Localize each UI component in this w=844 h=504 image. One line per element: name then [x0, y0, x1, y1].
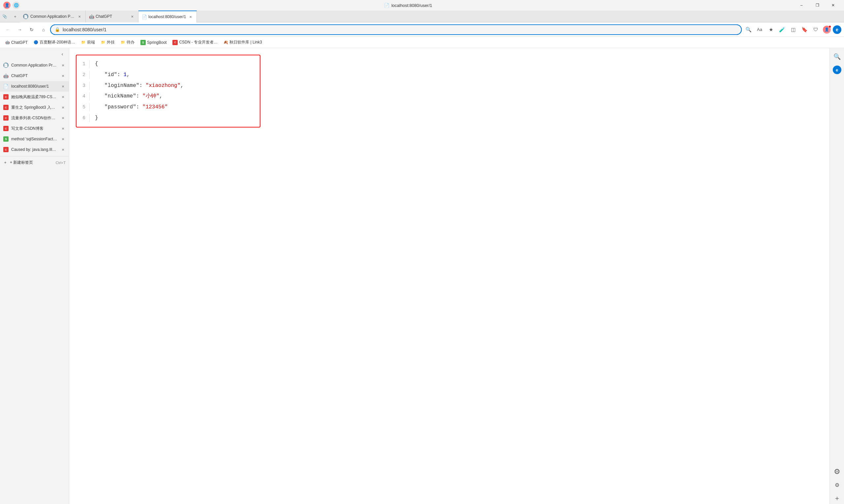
bookmark-favicon-csdn: C [172, 40, 178, 45]
refresh-button[interactable]: ↻ [27, 24, 37, 35]
restore-button[interactable]: ❐ [810, 0, 825, 11]
bookmark-favicon-frontend: 📁 [81, 40, 86, 45]
bookmarks-bar: 🤖 ChatGPT 🔵 百度翻译-200种语… 📁 前端 📁 外挂 📁 待办 S… [0, 37, 844, 48]
sidebar-label-6: 流量券列表-CSDN创作中心 [11, 115, 58, 121]
tab-close-1[interactable]: ✕ [77, 14, 82, 19]
json-id-line: "id": 1, [95, 70, 130, 80]
sidebar-item-common-properties[interactable]: 📄 Common Application Properties ✕ [0, 60, 69, 71]
bookmark-hack[interactable]: 📁 外挂 [98, 38, 117, 47]
extensions-button[interactable]: 🧪 [777, 24, 787, 35]
tab-close-2[interactable]: ✕ [130, 14, 135, 19]
bookmark-favicon-baidu: 🔵 [34, 40, 38, 45]
bookmark-csdn[interactable]: C CSDN - 专业开发者… [170, 38, 220, 47]
tabbar: 📎 ＋ 📄 Common Application Properties ✕ 🤖 … [0, 11, 844, 22]
minimize-button[interactable]: – [794, 0, 809, 11]
back-button[interactable]: ← [3, 24, 13, 35]
json-line-4: 4 "nickName": "小钟", [76, 91, 260, 102]
bookmark-label-frontend: 前端 [87, 39, 95, 45]
favorites-sidebar-button[interactable]: 🔖 [799, 24, 810, 35]
sidebar-favicon-7: C [3, 126, 8, 131]
sidebar-close-3[interactable]: ✕ [60, 84, 66, 89]
close-button[interactable]: ✕ [826, 0, 841, 11]
json-line-1: 1 { [76, 59, 260, 70]
sidebar-close-5[interactable]: ✕ [60, 105, 66, 110]
sidebar-divider [0, 156, 69, 157]
bookmark-favicon-hack: 📁 [101, 40, 105, 45]
sidebar-favicon-4: C [3, 94, 8, 100]
nav-right-buttons: 🔍 Aa ★ 🧪 ◫ 🔖 🛡 👤 e [743, 24, 841, 35]
bookmark-label-baidu: 百度翻译-200种语… [39, 39, 75, 45]
home-button[interactable]: ⌂ [38, 24, 49, 35]
sidebar-item-method[interactable]: S method 'sqlSessionFactory' thre… ✕ [0, 134, 69, 144]
tab-favicon-3: 📄 [142, 15, 147, 19]
new-tab-button[interactable]: ＋ + 新建标签页 Ctrl+T [0, 158, 69, 167]
sidebar-favicon-5: C [3, 105, 8, 110]
address-bar[interactable]: 🔒 [50, 24, 742, 35]
sidebar-item-blog1[interactable]: C 她似晚风般温柔789-CSDN博客 ✕ [0, 92, 69, 102]
sidebar-close-6[interactable]: ✕ [60, 115, 66, 121]
sidebar-item-caused[interactable]: C Caused by: java.lang.IllegalState… ✕ [0, 144, 69, 155]
profile-button[interactable]: 👤 [822, 24, 832, 35]
sidebar-label-3: localhost:8080/user/1 [11, 84, 58, 89]
line-num-1: 1 [76, 60, 90, 68]
address-input[interactable] [63, 27, 737, 32]
favorites-button[interactable]: ★ [765, 24, 776, 35]
bookmark-baidu[interactable]: 🔵 百度翻译-200种语… [31, 38, 78, 47]
tab-close-3[interactable]: ✕ [188, 14, 193, 19]
plus-icon: ＋ [3, 160, 7, 165]
json-line-6: 6 } [76, 113, 260, 124]
sidebar-item-blog2[interactable]: C 重生之 SpringBoot3 入门保姆级… ✕ [0, 102, 69, 113]
edge-right-button[interactable]: e [831, 64, 843, 76]
bookmark-label-chatgpt: ChatGPT [11, 40, 28, 45]
tab-new-small[interactable]: ＋ [11, 11, 20, 22]
line-num-3: 3 [76, 82, 90, 90]
lock-icon: 🔒 [55, 27, 60, 32]
sidebar-close-7[interactable]: ✕ [60, 126, 66, 131]
sidebar-close-8[interactable]: ✕ [60, 137, 66, 142]
zoom-button[interactable]: 🔍 [743, 24, 754, 35]
sidebar-close-9[interactable]: ✕ [60, 147, 66, 152]
split-button[interactable]: ◫ [788, 24, 798, 35]
sidebar-item-write[interactable]: C 写文章-CSDN博客 ✕ [0, 123, 69, 134]
shield-button[interactable]: 🛡 [810, 24, 821, 35]
bookmark-link3[interactable]: 🍂 秋日软件库 | Link3 [221, 38, 264, 47]
tab-localhost[interactable]: 📄 localhost:8080/user/1 ✕ [138, 11, 197, 22]
json-loginname-line: "loginName": "xiaozhong", [95, 81, 184, 91]
reader-button[interactable]: Aa [754, 24, 765, 35]
bookmark-favicon-link3: 🍂 [224, 40, 228, 45]
sidebar-close-4[interactable]: ✕ [60, 94, 66, 100]
sidebar-item-csdn-create[interactable]: C 流量券列表-CSDN创作中心 ✕ [0, 113, 69, 123]
navbar: ← → ↻ ⌂ 🔒 🔍 Aa ★ 🧪 ◫ 🔖 🛡 👤 e [0, 22, 844, 37]
add-button[interactable]: ＋ [831, 492, 843, 504]
sidebar: ‹ 📄 Common Application Properties ✕ 🤖 Ch… [0, 48, 69, 504]
bookmark-springboot[interactable]: S SpringBoot [138, 38, 169, 47]
forward-button[interactable]: → [15, 24, 25, 35]
bookmark-chatgpt[interactable]: 🤖 ChatGPT [3, 39, 30, 46]
sidebar-label-2: ChatGPT [11, 73, 58, 78]
json-line-3: 3 "loginName": "xiaozhong", [76, 80, 260, 91]
json-line-5: 5 "password": "123456" [76, 102, 260, 113]
bookmark-favicon-spring: S [140, 40, 146, 45]
settings-gear-right-button[interactable]: ⚙ [831, 466, 843, 478]
profile-avatar: 👤 [3, 2, 11, 9]
tab-favicon-2: 🤖 [89, 14, 93, 19]
titlebar-title: 📄 localhost:8080/user/1 [22, 3, 794, 8]
sidebar-item-chatgpt[interactable]: 🤖 ChatGPT ✕ [0, 71, 69, 81]
sidebar-tab-history[interactable]: 📎 [0, 11, 9, 22]
sidebar-close-1[interactable]: ✕ [60, 62, 66, 68]
tab-common-app-properties[interactable]: 📄 Common Application Properties ✕ [20, 11, 86, 22]
file-icon: 📄 [384, 3, 389, 8]
bookmark-frontend[interactable]: 📁 前端 [79, 38, 98, 47]
bookmark-todo[interactable]: 📁 待办 [118, 38, 137, 47]
bookmark-favicon-todo: 📁 [121, 40, 125, 45]
sidebar-favicon-6: C [3, 115, 8, 121]
edge-icon: 🌐 [13, 2, 20, 9]
sidebar-close-2[interactable]: ✕ [60, 73, 66, 78]
tab-chatgpt[interactable]: 🤖 ChatGPT ✕ [86, 11, 138, 22]
sidebar-collapse-button[interactable]: ‹ [58, 49, 67, 59]
sidebar-label-9: Caused by: java.lang.IllegalState… [11, 147, 58, 152]
settings-gear-bottom-button[interactable]: ⚙ [831, 479, 843, 491]
sidebar-favicon-9: C [3, 147, 8, 152]
search-right-button[interactable]: 🔍 [831, 51, 843, 62]
sidebar-item-localhost[interactable]: 📄 localhost:8080/user/1 ✕ [0, 81, 69, 92]
